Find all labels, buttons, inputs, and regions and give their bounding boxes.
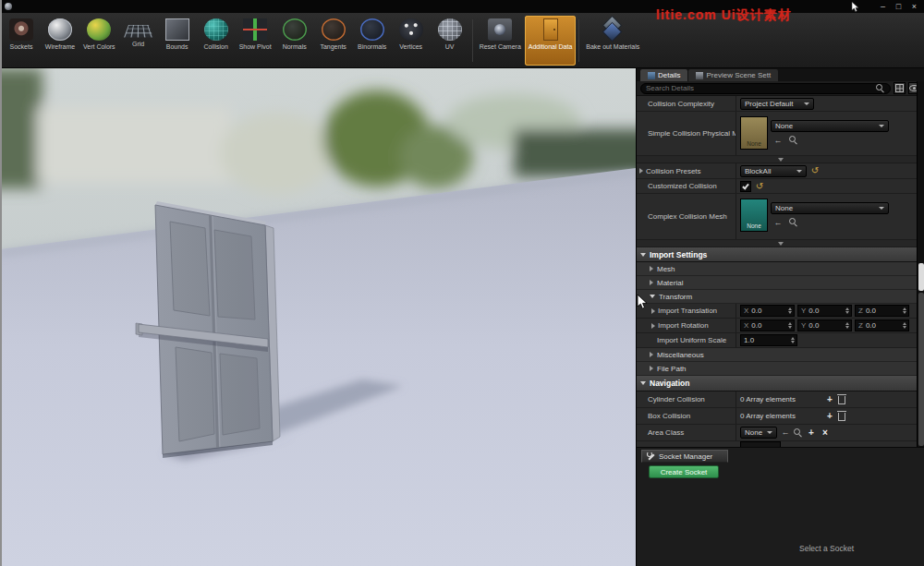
toolbar-item-vert-colors[interactable]: Vert Colors (79, 16, 119, 66)
toolbar-item-label: Binormals (358, 43, 386, 50)
search-input[interactable] (646, 84, 876, 92)
collision-icon (204, 18, 228, 41)
use-selected-asset-button[interactable]: ← (772, 135, 784, 146)
import-translation-y-field[interactable]: Y 0.0 (797, 305, 852, 317)
browse-asset-icon[interactable] (789, 136, 798, 145)
toolbar-item-bounds[interactable]: Bounds (158, 16, 197, 66)
toolbar-item-additional-data[interactable]: Additional Data (525, 16, 576, 66)
expander-icon[interactable] (651, 308, 655, 314)
subsection-mesh[interactable]: Mesh (637, 262, 924, 276)
add-button[interactable]: + (806, 428, 817, 439)
import-uniform-scale-field[interactable]: 1.0 (740, 334, 797, 346)
browse-asset-icon[interactable] (789, 218, 798, 227)
import-rotation-y-field[interactable]: Y 0.0 (797, 319, 852, 331)
use-selected-asset-button[interactable]: ← (772, 217, 784, 228)
expander-icon[interactable] (651, 323, 655, 329)
subsection-material[interactable]: Material (637, 276, 924, 290)
search-box[interactable] (640, 83, 891, 94)
toolbar-item-sockets[interactable]: Sockets (2, 16, 41, 66)
spinner[interactable] (788, 307, 792, 314)
toolbar-item-binormals[interactable]: Binormals (353, 16, 392, 66)
area-class-dropdown[interactable]: None (740, 427, 777, 439)
physical-material-dropdown[interactable]: None (771, 120, 889, 132)
delete-elements-icon[interactable] (838, 413, 845, 421)
subsection-miscellaneous[interactable]: Miscellaneous (637, 348, 924, 362)
reset-to-default-icon[interactable]: ↺ (809, 165, 821, 176)
spinner[interactable] (788, 322, 792, 329)
browse-asset-icon[interactable] (794, 428, 803, 438)
toolbar-item-uv[interactable]: UV (431, 16, 469, 66)
chevron-down-icon (879, 125, 884, 127)
row-import-translation: Import Translation X 0.0 Y 0.0 Z (637, 304, 924, 319)
customized-collision-checkbox[interactable] (740, 181, 751, 192)
maximize-button[interactable]: □ (892, 1, 906, 12)
scrollbar-thumb[interactable] (918, 263, 924, 291)
toolbar-item-wireframe[interactable]: Wireframe (41, 16, 79, 66)
socket-manager-tab[interactable]: Socket Manager (641, 450, 728, 463)
toolbar-item-collision[interactable]: Collision (197, 16, 236, 66)
use-selected-asset-button[interactable]: ← (780, 428, 791, 439)
toolbar-item-show-pivot[interactable]: Show Pivot (236, 16, 275, 66)
asset-thumbnail[interactable]: None (740, 116, 768, 150)
advanced-expander[interactable] (637, 156, 924, 163)
toolbar-item-label: Bounds (166, 43, 188, 50)
socket-hint-text: Select a Socket (799, 544, 854, 553)
advanced-expander[interactable] (637, 240, 924, 247)
toolbar-item-bake-materials[interactable]: Bake out Materials (582, 16, 643, 66)
minimize-button[interactable]: – (876, 1, 890, 12)
expand-advanced-icon (778, 158, 784, 162)
tab-details[interactable]: Details (640, 69, 687, 81)
chevron-down-icon (796, 170, 802, 173)
subsection-file-path[interactable]: File Path (637, 362, 924, 376)
vert-colors-icon (87, 18, 111, 41)
expander-icon[interactable] (639, 168, 643, 174)
details-scrollbar[interactable] (917, 81, 924, 447)
toolbar-item-vertices[interactable]: Vertices (392, 16, 431, 66)
uv-icon (438, 18, 462, 41)
section-navigation[interactable]: Navigation (637, 376, 924, 391)
scrollbar-thumb-secondary[interactable] (918, 293, 924, 446)
import-rotation-z-field[interactable]: Z 0.0 (855, 319, 909, 331)
import-translation-z-field[interactable]: Z 0.0 (855, 305, 909, 317)
toolbar-item-label: Grid (132, 41, 144, 47)
spinner[interactable] (791, 337, 795, 343)
collision-complexity-dropdown[interactable]: Project Default (740, 98, 814, 110)
clear-button[interactable]: × (820, 428, 831, 439)
expander-icon (650, 266, 653, 271)
toolbar-item-label: Vertices (399, 43, 422, 50)
import-rotation-x-field[interactable]: X 0.0 (740, 319, 795, 331)
import-translation-x-field[interactable]: X 0.0 (740, 305, 795, 317)
complex-collision-mesh-dropdown[interactable]: None (771, 202, 889, 214)
spinner[interactable] (903, 307, 906, 314)
property-label: Import Translation (658, 307, 717, 315)
section-import-settings[interactable]: Import Settings (637, 247, 924, 262)
spinner[interactable] (845, 307, 849, 314)
delete-elements-icon[interactable] (838, 396, 845, 404)
property-label: Simple Collision Physical Ma (648, 129, 736, 138)
3d-viewport[interactable] (0, 68, 636, 566)
search-row (637, 81, 924, 96)
normals-icon (283, 18, 307, 41)
toolbar-item-reset-camera[interactable]: Reset Camera (476, 16, 525, 66)
expand-advanced-icon (778, 242, 784, 246)
collision-presets-dropdown[interactable]: BlockAll (740, 165, 807, 177)
add-element-button[interactable]: + (824, 411, 835, 422)
toolbar-item-normals[interactable]: Normals (275, 16, 314, 66)
toolbar-item-label: Bake out Materials (586, 43, 639, 50)
close-button[interactable]: × (907, 1, 921, 12)
create-socket-button[interactable]: Create Socket (649, 465, 719, 478)
array-elements-count: 0 Array elements (740, 412, 796, 420)
toolbar-item-grid[interactable]: Grid (119, 16, 158, 66)
toolbar-item-label: Collision (203, 43, 227, 50)
view-options-button[interactable] (894, 82, 906, 94)
reset-to-default-icon[interactable]: ↺ (754, 181, 765, 192)
add-element-button[interactable]: + (824, 394, 835, 405)
spinner[interactable] (845, 322, 849, 329)
spinner[interactable] (903, 322, 906, 329)
row-cylinder-collision: Cylinder Collision 0 Array elements + (637, 391, 924, 408)
property-label: Box Collision (648, 412, 690, 420)
tab-preview-scene-settings[interactable]: Preview Scene Sett (688, 69, 778, 81)
asset-thumbnail[interactable]: None (740, 199, 768, 232)
subsection-transform[interactable]: Transform (637, 290, 924, 304)
toolbar-item-tangents[interactable]: Tangents (314, 16, 353, 66)
